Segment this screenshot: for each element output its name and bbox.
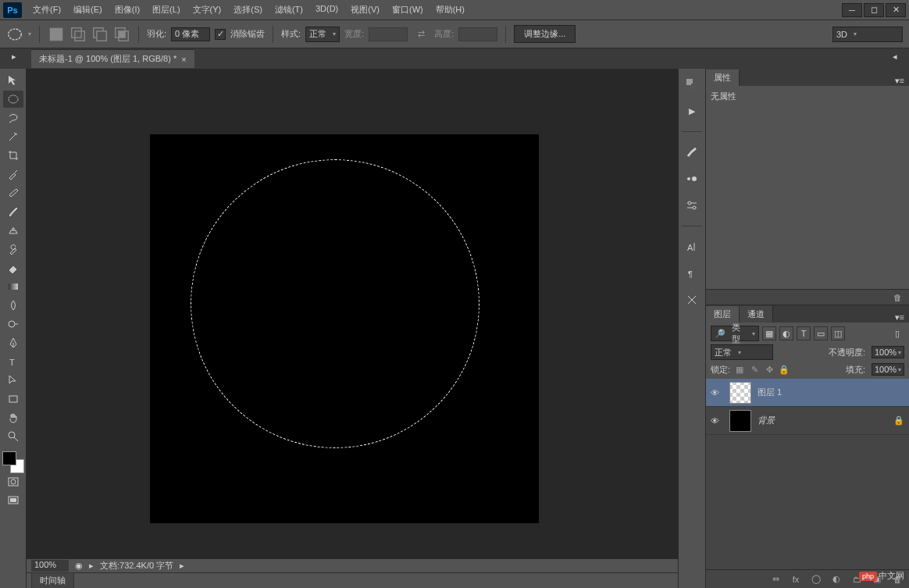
crop-tool-icon[interactable] — [3, 147, 23, 164]
opacity-input[interactable]: 100%▾ — [872, 346, 904, 358]
dock-paragraph-icon[interactable]: ¶ — [682, 264, 702, 283]
rectangle-tool-icon[interactable] — [3, 390, 23, 408]
dock-brush-presets-icon[interactable] — [682, 169, 702, 188]
menu-filter[interactable]: 滤镜(T) — [270, 2, 308, 18]
canvas-area[interactable]: 100% ◉ ▸ 文档:732.4K/0 字节 ▸ 时间轴 — [27, 69, 678, 588]
menu-window[interactable]: 窗口(W) — [387, 2, 428, 18]
menu-edit[interactable]: 编辑(E) — [69, 2, 107, 18]
menu-file[interactable]: 文件(F) — [28, 2, 66, 18]
magic-wand-tool-icon[interactable] — [3, 128, 23, 145]
channels-tab[interactable]: 通道 — [740, 306, 773, 323]
filter-toggle-icon[interactable]: ▯ — [890, 326, 904, 340]
clone-stamp-tool-icon[interactable] — [3, 222, 23, 239]
dock-character-icon[interactable]: A — [682, 237, 702, 256]
link-layers-icon[interactable]: ⇔ — [768, 572, 782, 586]
menu-image[interactable]: 图像(I) — [110, 2, 144, 18]
selection-subtract-icon[interactable] — [91, 26, 109, 43]
menu-layer[interactable]: 图层(L) — [148, 2, 184, 18]
lock-pixels-icon[interactable]: ✎ — [748, 363, 761, 376]
blend-mode-select[interactable]: 正常▾ — [711, 344, 773, 360]
feather-input[interactable]: 0 像素 — [171, 27, 210, 41]
dock-adjustments-icon[interactable] — [682, 196, 702, 215]
layer-name-label[interactable]: 图层 1 — [758, 387, 904, 398]
eraser-tool-icon[interactable] — [3, 259, 23, 276]
collapse-left-icon[interactable]: ▸ — [6, 52, 22, 62]
dock-color-icon[interactable] — [682, 75, 702, 94]
blur-tool-icon[interactable] — [3, 297, 23, 314]
layer-row[interactable]: 👁 图层 1 — [706, 379, 909, 407]
close-button[interactable]: ✕ — [886, 3, 906, 17]
pen-tool-icon[interactable] — [3, 334, 23, 351]
menu-view[interactable]: 视图(V) — [346, 2, 384, 18]
lock-all-icon[interactable]: 🔒 — [778, 363, 790, 376]
lock-transparency-icon[interactable]: ▦ — [733, 363, 746, 376]
collapse-right-icon[interactable]: ◂ — [887, 52, 903, 62]
type-tool-icon[interactable]: T — [3, 353, 23, 370]
elliptical-marquee-tool-icon[interactable] — [3, 91, 23, 108]
foreground-color-swatch[interactable] — [2, 451, 16, 465]
timeline-tab[interactable]: 时间轴 — [31, 572, 74, 588]
visibility-toggle-icon[interactable]: 👁 — [711, 388, 723, 397]
properties-menu-icon[interactable]: ▾≡ — [890, 76, 909, 86]
filter-pixels-icon[interactable]: ▦ — [762, 326, 776, 340]
app-logo[interactable]: Ps — [3, 2, 22, 18]
refine-edge-button[interactable]: 调整边缘... — [514, 25, 576, 43]
filter-type-icon[interactable]: T — [797, 326, 811, 340]
layers-tab[interactable]: 图层 — [706, 306, 740, 323]
adjustment-layer-icon[interactable]: ◐ — [829, 572, 843, 586]
filter-adjust-icon[interactable]: ◐ — [779, 326, 793, 340]
dock-brushes-icon[interactable] — [682, 143, 702, 162]
lasso-tool-icon[interactable] — [3, 109, 23, 127]
maximize-button[interactable]: ◻ — [864, 3, 884, 17]
minimize-button[interactable]: ─ — [842, 3, 862, 17]
lock-position-icon[interactable]: ✥ — [763, 363, 775, 376]
zoom-tool-icon[interactable] — [3, 428, 23, 445]
menu-help[interactable]: 帮助(H) — [431, 2, 469, 18]
menu-select[interactable]: 选择(S) — [229, 2, 267, 18]
layer-name-label[interactable]: 背景 — [758, 415, 887, 426]
layer-mask-icon[interactable]: ◯ — [809, 572, 823, 586]
doc-info-chevron-icon[interactable]: ▸ — [180, 561, 184, 571]
path-select-tool-icon[interactable] — [3, 372, 23, 389]
history-brush-tool-icon[interactable] — [3, 241, 23, 258]
svg-point-23 — [688, 201, 691, 205]
layer-row[interactable]: 👁 背景 🔒 — [706, 407, 909, 435]
zoom-input[interactable]: 100% — [31, 560, 69, 572]
eyedropper-tool-icon[interactable] — [3, 166, 23, 183]
filter-smart-icon[interactable]: ◫ — [831, 326, 845, 340]
menu-3d[interactable]: 3D(D) — [311, 2, 343, 18]
style-select[interactable]: 正常▾ — [305, 27, 340, 42]
quickmask-icon[interactable] — [3, 473, 23, 490]
screenmode-icon[interactable] — [3, 492, 23, 509]
layers-menu-icon[interactable]: ▾≡ — [890, 312, 909, 323]
layer-fx-icon[interactable]: fx — [789, 572, 803, 586]
move-tool-icon[interactable] — [3, 72, 23, 89]
selection-add-icon[interactable] — [70, 26, 87, 43]
antialias-checkbox[interactable]: ✓ — [215, 29, 226, 40]
dock-tools-icon[interactable] — [682, 290, 702, 309]
active-tool-icon[interactable] — [6, 26, 23, 43]
workspace-select[interactable]: 3D▾ — [832, 27, 903, 42]
properties-trash-icon[interactable]: 🗑 — [890, 290, 904, 305]
layer-thumbnail[interactable] — [729, 410, 751, 432]
color-swatches[interactable] — [2, 451, 24, 473]
selection-new-icon[interactable] — [48, 26, 65, 43]
brush-tool-icon[interactable] — [3, 203, 23, 220]
dodge-tool-icon[interactable] — [3, 315, 23, 333]
document-tab-close-icon[interactable]: × — [181, 55, 186, 64]
visibility-toggle-icon[interactable]: 👁 — [711, 416, 723, 426]
document-tab[interactable]: 未标题-1 @ 100% (图层 1, RGB/8) * × — [31, 49, 194, 68]
fill-input[interactable]: 100%▾ — [872, 363, 904, 376]
selection-intersect-icon[interactable] — [113, 26, 130, 43]
filter-shape-icon[interactable]: ▭ — [814, 326, 828, 340]
menu-type[interactable]: 文字(Y) — [188, 2, 226, 18]
layer-filter-kind[interactable]: 🔎 类型 ▾ — [711, 326, 759, 341]
dock-play-icon[interactable]: ▶ — [682, 102, 702, 120]
canvas[interactable] — [150, 134, 539, 523]
gradient-tool-icon[interactable] — [3, 278, 23, 295]
properties-tab[interactable]: 属性 — [706, 69, 740, 86]
layer-thumbnail[interactable] — [729, 382, 751, 404]
healing-brush-tool-icon[interactable] — [3, 184, 23, 201]
hand-tool-icon[interactable] — [3, 409, 23, 426]
statusbar-nav-icon[interactable]: ◉ — [75, 561, 83, 571]
